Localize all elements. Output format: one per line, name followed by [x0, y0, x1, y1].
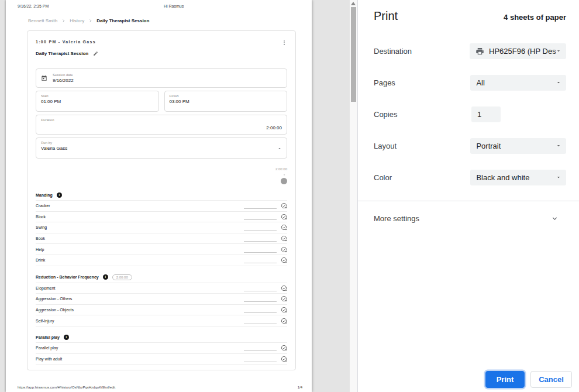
- color-select[interactable]: Black and white: [470, 170, 566, 185]
- list-item: Book: [36, 233, 287, 245]
- item-label: Book: [36, 236, 244, 240]
- item-label: Swing: [36, 225, 244, 229]
- item-label: Elopement: [36, 286, 244, 290]
- finish-time-field: Finish 03:00 PM: [164, 91, 288, 112]
- pages-select[interactable]: All: [470, 75, 566, 91]
- preview-scrollbar[interactable]: [350, 0, 357, 392]
- field-label: Run by: [41, 141, 282, 145]
- value-underline: [244, 214, 277, 220]
- timer-chip: 2:00:00: [112, 274, 132, 280]
- dropdown-caret-icon: [277, 146, 282, 151]
- destination-value: HP625F96 (HP DeskJe: [489, 47, 556, 56]
- list-item: Help: [36, 244, 287, 255]
- pages-value: All: [476, 78, 556, 87]
- print-footer-url: https://app.hirasmus.com/#/history/OsNbz…: [18, 386, 115, 389]
- calendar-icon: [41, 75, 47, 81]
- value-underline: [244, 318, 277, 324]
- list-item: Parallel play: [36, 343, 287, 354]
- color-label: Color: [374, 173, 470, 182]
- add-task-icon: [281, 345, 287, 351]
- list-item: Elopement: [36, 283, 287, 294]
- item-label: Help: [36, 247, 244, 252]
- item-label: Self-Injury: [36, 319, 244, 323]
- dropdown-caret-icon: [556, 80, 561, 85]
- item-label: Block: [36, 215, 244, 219]
- info-icon: i: [64, 335, 69, 340]
- item-label: Play with adult: [36, 357, 244, 361]
- chevron-down-icon: [551, 215, 559, 222]
- item-label: Cracker: [36, 204, 244, 208]
- item-label: Drink: [36, 258, 244, 262]
- list-item: Self-Injury: [36, 315, 287, 326]
- add-task-icon: [281, 285, 287, 291]
- preview-page: 9/16/22, 2:35 PM Hi Rasmus Bennett Smith…: [6, 0, 312, 392]
- field-value: 01:00 PM: [41, 99, 154, 104]
- start-time-field: Start 01:00 PM: [36, 91, 159, 112]
- session-name: Daily Therapist Session: [36, 51, 88, 56]
- sheet-count: 4 sheets of paper: [504, 13, 566, 22]
- value-underline: [244, 285, 277, 291]
- section-title: Parallel play: [36, 335, 60, 339]
- pages-row: Pages All: [374, 74, 566, 91]
- field-value: 03:00 PM: [170, 99, 282, 104]
- more-settings-toggle[interactable]: More settings: [358, 201, 579, 223]
- field-label: Session date: [53, 73, 74, 77]
- pages-label: Pages: [374, 78, 470, 87]
- destination-label: Destination: [374, 47, 470, 56]
- section-title: Manding: [36, 193, 53, 197]
- cancel-button[interactable]: Cancel: [530, 371, 572, 388]
- more-settings-label: More settings: [374, 214, 419, 223]
- printer-icon: [475, 47, 484, 56]
- add-task-icon: [281, 224, 287, 231]
- layout-select[interactable]: Portrait: [470, 138, 566, 154]
- scrollbar-up-arrow[interactable]: [351, 2, 356, 5]
- field-value: Valeria Gass: [41, 146, 282, 151]
- layout-label: Layout: [374, 142, 470, 150]
- add-task-icon: [281, 246, 287, 253]
- field-label: Finish: [170, 94, 282, 98]
- dropdown-caret-icon: [556, 174, 561, 180]
- copies-input[interactable]: [471, 106, 501, 122]
- section-parallel-play: Parallel play i Parallel play Play with …: [36, 333, 287, 365]
- field-value: 2:00:00: [266, 125, 282, 130]
- destination-select[interactable]: HP625F96 (HP DeskJe: [470, 43, 566, 59]
- print-button[interactable]: Print: [485, 371, 525, 388]
- dropdown-caret-icon: [556, 143, 561, 149]
- print-page-header: 9/16/22, 2:35 PM Hi Rasmus: [6, 0, 312, 8]
- value-underline: [244, 257, 277, 263]
- dropdown-caret-icon: [556, 48, 561, 54]
- layout-row: Layout Portrait: [374, 137, 566, 154]
- scrollbar-thumb[interactable]: [351, 7, 356, 102]
- copies-row: Copies: [374, 106, 566, 122]
- add-task-icon: [281, 257, 287, 263]
- dialog-title: Print: [374, 9, 398, 23]
- add-task-icon: [281, 214, 287, 220]
- list-item: Aggression - Objects: [36, 305, 287, 316]
- info-icon: i: [57, 192, 62, 198]
- print-datetime: 9/16/22, 2:35 PM: [18, 4, 49, 8]
- add-task-icon: [281, 295, 287, 302]
- kebab-menu-icon: [281, 40, 287, 46]
- add-task-icon: [281, 202, 287, 209]
- copies-label: Copies: [374, 110, 471, 119]
- item-label: Parallel play: [36, 346, 244, 350]
- session-timer: 2:00:00: [36, 162, 287, 184]
- color-row: Color Black and white: [374, 169, 566, 185]
- value-underline: [244, 224, 277, 231]
- item-label: Aggression - Others: [36, 297, 244, 301]
- timer-knob: [281, 178, 287, 184]
- value-underline: [244, 295, 277, 302]
- chevron-right-icon: [61, 19, 66, 23]
- session-card: 1:00 PM - Valeria Gass Daily Therapist S…: [27, 30, 296, 370]
- print-page-footer: https://app.hirasmus.com/#/history/OsNbz…: [18, 386, 302, 389]
- session-date-field: Session date 9/16/2022: [36, 68, 287, 88]
- print-preview-area: 9/16/22, 2:35 PM Hi Rasmus Bennett Smith…: [0, 0, 350, 392]
- add-task-icon: [281, 307, 287, 313]
- value-underline: [244, 246, 277, 253]
- layout-value: Portrait: [476, 142, 556, 150]
- breadcrumb-item-current: Daily Therapist Session: [96, 18, 149, 23]
- doc-title: Hi Rasmus: [164, 4, 184, 8]
- value-underline: [244, 345, 277, 351]
- list-item: Swing: [36, 222, 287, 233]
- item-label: Aggression - Objects: [36, 308, 244, 312]
